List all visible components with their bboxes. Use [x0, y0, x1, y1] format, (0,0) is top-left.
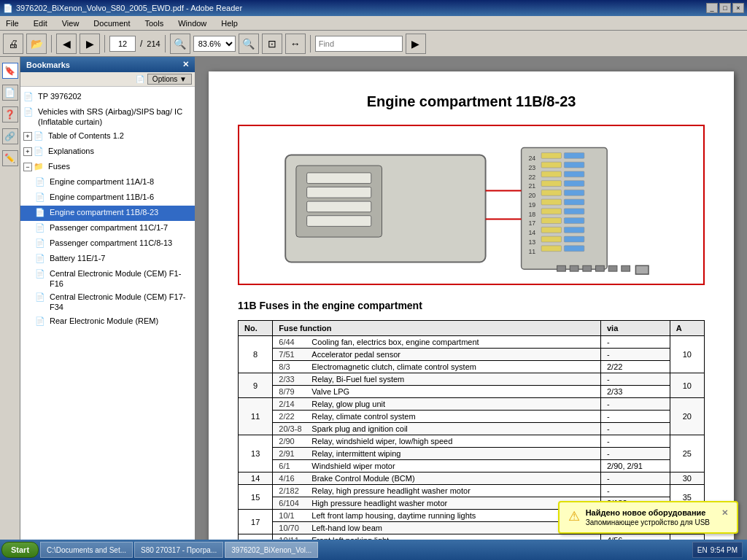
back-button[interactable]: ◀ — [56, 34, 77, 54]
tree-item-rem[interactable]: 📄 Rear Electronic Module (REM) — [20, 314, 195, 330]
taskbar-item-explorer[interactable]: C:\Documents and Set... — [40, 542, 133, 558]
svg-text:14: 14 — [528, 229, 535, 236]
svg-rect-41 — [570, 265, 578, 271]
menu-help[interactable]: Help — [218, 18, 241, 29]
tree-item-eng11b823[interactable]: 📄 Engine compartment 11B/8-23 — [20, 206, 195, 221]
tree-item-eng11a[interactable]: 📄 Engine compartment 11A/1-8 — [20, 175, 195, 190]
separator — [51, 35, 52, 52]
tree-item-vehicles[interactable]: 📄 Vehicles with SRS (Airbag)/SIPS bag/ I… — [20, 105, 195, 129]
pdf-page-title: Engine compartment 11B/8-23 — [238, 93, 705, 110]
tree-item-toc[interactable]: + 📄 Table of Contents 1.2 — [20, 129, 195, 144]
expand-icon-fuses[interactable]: − — [23, 163, 32, 171]
tree-label-cem-f1: Central Electronic Module (CEM) F1-F16 — [50, 268, 192, 289]
table-row: 2/22Relay, climate control system - — [239, 411, 705, 423]
expand-icon-toc[interactable]: + — [23, 132, 32, 141]
find-input[interactable] — [315, 36, 403, 52]
bookmark-icon-tp: 📄 — [23, 92, 35, 104]
table-row: 2/91Relay, intermittent wiping - — [239, 448, 705, 460]
tree-item-tp[interactable]: 📄 TP 3976202 — [20, 90, 195, 105]
bookmark-icon-fuses: 📁 — [34, 162, 45, 174]
zoom-in-button[interactable]: 🔍 — [239, 34, 259, 54]
table-row: 14 4/16Brake Control Module (BCM) - 30 — [239, 472, 705, 485]
table-row: 8/3Electromagnetic clutch, climate contr… — [239, 361, 705, 373]
sidebar-header: Bookmarks ✕ — [20, 57, 195, 72]
tree-label-toc: Table of Contents 1.2 — [48, 131, 124, 141]
taskbar-item-s80[interactable]: S80 270317 - Програ... — [134, 542, 223, 558]
open-button[interactable]: 📂 — [26, 34, 47, 54]
tree-item-pass11c17[interactable]: 📄 Passenger compartment 11C/1-7 — [20, 221, 195, 236]
sidebar-close-icon[interactable]: ✕ — [182, 60, 189, 69]
toast-title: Найдено новое оборудование — [586, 508, 710, 517]
svg-rect-42 — [583, 265, 592, 271]
taskbar: Start C:\Documents and Set... S80 270317… — [0, 540, 747, 560]
table-row: 11 2/14Relay, glow plug unit - 20 — [239, 398, 705, 411]
menu-edit[interactable]: Edit — [31, 18, 50, 29]
close-button[interactable]: × — [732, 3, 744, 13]
bookmarks-panel-icon[interactable]: 🔖 — [2, 63, 18, 79]
svg-rect-27 — [541, 236, 561, 242]
pdf-viewer[interactable]: Engine compartment 11B/8-23 24 — [196, 57, 747, 540]
bookmark-icon-eng11b823: 📄 — [35, 208, 47, 219]
taskbar-item-pdf[interactable]: 3976202_BiXenon_Vol... — [225, 542, 318, 558]
forward-button[interactable]: ▶ — [80, 34, 100, 54]
menu-window[interactable]: Window — [175, 18, 209, 29]
sidebar-content: 📄 TP 3976202 📄 Vehicles with SRS (Airbag… — [20, 87, 195, 540]
menu-tools[interactable]: Tools — [142, 18, 167, 29]
toast-notification: ⚠ Найдено новое оборудование Запоминающе… — [558, 501, 738, 534]
toast-close-button[interactable]: ✕ — [721, 508, 728, 518]
find-next-button[interactable]: ▶ — [406, 34, 426, 54]
table-row: 7/51Accelerator pedal sensor - — [239, 349, 705, 361]
toolbar: 🖨 📂 ◀ ▶ / 214 🔍 83.6% 100% 75% 🔍 ⊡ ↔ ▶ — [0, 31, 747, 57]
minimize-button[interactable]: _ — [706, 3, 718, 13]
menu-view[interactable]: View — [59, 18, 82, 29]
tree-item-batt11e[interactable]: 📄 Battery 11E/1-7 — [20, 252, 195, 267]
svg-rect-36 — [564, 218, 584, 224]
svg-rect-35 — [564, 209, 584, 214]
svg-text:13: 13 — [528, 238, 535, 246]
help-icon[interactable]: ❓ — [2, 106, 18, 122]
tree-item-eng11b16[interactable]: 📄 Engine compartment 11B/1-6 — [20, 190, 195, 206]
svg-rect-28 — [541, 246, 561, 252]
start-button[interactable]: Start — [1, 542, 39, 558]
print-button[interactable]: 🖨 — [3, 34, 23, 54]
maximize-button[interactable]: □ — [719, 3, 731, 13]
menu-document[interactable]: Document — [90, 18, 133, 29]
page-nav: / 214 — [109, 36, 160, 52]
page-total: 214 — [147, 39, 160, 48]
tree-label-vehicles: Vehicles with SRS (Airbag)/SIPS bag/ IC … — [38, 106, 192, 128]
tree-label-rem: Rear Electronic Module (REM) — [50, 316, 158, 326]
svg-text:11: 11 — [528, 248, 535, 255]
table-row: 6/1Windshield wiper motor 2/90, 2/91 — [239, 460, 705, 472]
bookmark-icon-pass11c17: 📄 — [35, 223, 47, 235]
svg-text:21: 21 — [528, 182, 535, 190]
tree-label-pass11c813: Passenger compartment 11C/8-13 — [50, 238, 172, 248]
zoom-out-button[interactable]: 🔍 — [170, 34, 190, 54]
pages-panel-icon[interactable]: 📄 — [2, 85, 18, 101]
tree-item-cem-f17[interactable]: 📄 Central Electronic Module (CEM) F17-F3… — [20, 290, 195, 314]
zoom-select[interactable]: 83.6% 100% 75% — [193, 36, 236, 52]
fit-width-button[interactable]: ↔ — [285, 34, 306, 54]
table-row: 18 10/11Front left parking light 4/56 15 — [239, 534, 705, 540]
tree-item-cem-f1[interactable]: 📄 Central Electronic Module (CEM) F1-F16 — [20, 267, 195, 291]
section-title: 11B Fuses in the engine compartment — [238, 300, 705, 311]
svg-rect-26 — [541, 227, 561, 233]
bookmark-icon-toc: 📄 — [34, 131, 45, 143]
expand-icon-expl[interactable]: + — [23, 147, 32, 156]
tree-item-fuses[interactable]: − 📁 Fuses — [20, 160, 195, 175]
page-input[interactable] — [109, 36, 136, 52]
menu-bar: File Edit View Document Tools Window Hel… — [0, 16, 747, 31]
svg-text:24: 24 — [528, 155, 535, 162]
table-row: 8/79Valve LPG 2/33 — [239, 386, 705, 398]
svg-rect-3 — [307, 187, 371, 198]
svg-text:20: 20 — [528, 192, 535, 199]
svg-rect-2 — [307, 173, 371, 184]
links-icon[interactable]: 🔗 — [2, 128, 18, 144]
menu-file[interactable]: File — [3, 18, 22, 29]
fit-page-button[interactable]: ⊡ — [262, 34, 282, 54]
options-button[interactable]: Options ▼ — [147, 74, 192, 85]
tree-item-pass11c813[interactable]: 📄 Passenger compartment 11C/8-13 — [20, 236, 195, 252]
svg-rect-44 — [608, 265, 617, 271]
tree-item-expl[interactable]: + 📄 Explanations — [20, 144, 195, 160]
svg-rect-43 — [596, 265, 605, 271]
comments-icon[interactable]: ✏️ — [2, 150, 18, 166]
